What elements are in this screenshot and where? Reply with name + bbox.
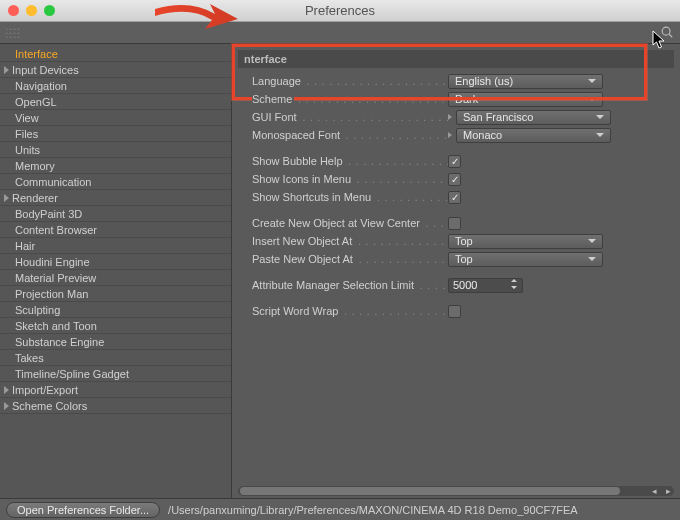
label-create-center: Create New Object at View Center: [252, 217, 422, 229]
settings-pane: nterface Language English (us) Scheme Da…: [232, 44, 680, 498]
sidebar-item-timeline-spline-gadget[interactable]: Timeline/Spline Gadget: [0, 366, 231, 382]
expand-triangle-icon: [4, 66, 9, 74]
chevron-down-icon: [596, 115, 604, 119]
sidebar-item-view[interactable]: View: [0, 110, 231, 126]
label-paste-at: Paste New Object At: [252, 253, 355, 265]
dropdown-scheme[interactable]: Dark: [448, 92, 603, 107]
dropdown-gui-font[interactable]: San Francisco: [456, 110, 611, 125]
dropdown-language[interactable]: English (us): [448, 74, 603, 89]
numfield-attr-limit[interactable]: 5000: [448, 278, 523, 293]
scroll-right-icon[interactable]: ▸: [662, 486, 674, 496]
expand-triangle-icon: [4, 386, 9, 394]
label-mono-font: Monospaced Font: [252, 129, 342, 141]
spacer: [4, 98, 12, 106]
row-gui-font: GUI Font San Francisco: [238, 108, 674, 126]
numfield-attr-limit-value: 5000: [453, 279, 477, 291]
zoom-window-button[interactable]: [44, 5, 55, 16]
dropdown-paste-at[interactable]: Top: [448, 252, 603, 267]
sidebar-item-label: Navigation: [15, 80, 67, 92]
sidebar-item-units[interactable]: Units: [0, 142, 231, 158]
dropdown-language-value: English (us): [455, 75, 513, 87]
sidebar-item-hair[interactable]: Hair: [0, 238, 231, 254]
scroll-left-icon[interactable]: ◂: [648, 486, 660, 496]
chevron-right-icon: [448, 132, 452, 138]
checkbox-shortcuts-menu[interactable]: ✓: [448, 191, 461, 204]
dropdown-scheme-value: Dark: [455, 93, 478, 105]
sidebar-item-navigation[interactable]: Navigation: [0, 78, 231, 94]
spacer: [4, 130, 12, 138]
checkbox-create-center[interactable]: [448, 217, 461, 230]
checkbox-bubble-help[interactable]: ✓: [448, 155, 461, 168]
spacer: [4, 338, 12, 346]
sidebar-item-files[interactable]: Files: [0, 126, 231, 142]
close-window-button[interactable]: [8, 5, 19, 16]
row-bubble-help: Show Bubble Help ✓: [238, 152, 674, 170]
sidebar-item-import-export[interactable]: Import/Export: [0, 382, 231, 398]
footer: Open Preferences Folder... /Users/panxum…: [0, 498, 680, 520]
chevron-down-icon: [588, 239, 596, 243]
chevron-down-icon: [588, 97, 596, 101]
dropdown-paste-at-value: Top: [455, 253, 473, 265]
sidebar-item-label: Sculpting: [15, 304, 60, 316]
sidebar-item-projection-man[interactable]: Projection Man: [0, 286, 231, 302]
label-insert-at: Insert New Object At: [252, 235, 354, 247]
sidebar-item-label: Takes: [15, 352, 44, 364]
spacer: [4, 258, 12, 266]
sidebar-item-interface[interactable]: Interface: [0, 46, 231, 62]
sidebar-item-opengl[interactable]: OpenGL: [0, 94, 231, 110]
sidebar: InterfaceInput DevicesNavigationOpenGLVi…: [0, 44, 232, 498]
label-attr-limit: Attribute Manager Selection Limit: [252, 279, 416, 291]
sidebar-item-sculpting[interactable]: Sculpting: [0, 302, 231, 318]
sidebar-item-label: Timeline/Spline Gadget: [15, 368, 129, 380]
label-icons-menu: Show Icons in Menu: [252, 173, 353, 185]
spacer: [4, 146, 12, 154]
sidebar-item-label: Substance Engine: [15, 336, 104, 348]
sidebar-item-label: BodyPaint 3D: [15, 208, 82, 220]
row-paste-at: Paste New Object At Top: [238, 250, 674, 268]
sidebar-item-input-devices[interactable]: Input Devices: [0, 62, 231, 78]
sidebar-item-label: Import/Export: [12, 384, 78, 396]
sidebar-item-label: Scheme Colors: [12, 400, 87, 412]
sidebar-item-label: Input Devices: [12, 64, 79, 76]
label-language: Language: [252, 75, 303, 87]
sidebar-item-content-browser[interactable]: Content Browser: [0, 222, 231, 238]
checkbox-script-wrap[interactable]: [448, 305, 461, 318]
minimize-window-button[interactable]: [26, 5, 37, 16]
open-prefs-folder-button[interactable]: Open Preferences Folder...: [6, 502, 160, 518]
spinner-icon[interactable]: [510, 279, 518, 291]
sidebar-item-label: View: [15, 112, 39, 124]
sidebar-item-label: Interface: [15, 48, 58, 60]
dropdown-insert-at[interactable]: Top: [448, 234, 603, 249]
sidebar-item-communication[interactable]: Communication: [0, 174, 231, 190]
horizontal-scrollbar[interactable]: ◂ ▸: [238, 486, 674, 496]
sidebar-item-substance-engine[interactable]: Substance Engine: [0, 334, 231, 350]
sidebar-item-memory[interactable]: Memory: [0, 158, 231, 174]
sidebar-item-scheme-colors[interactable]: Scheme Colors: [0, 398, 231, 414]
dropdown-mono-font[interactable]: Monaco: [456, 128, 611, 143]
label-shortcuts-menu: Show Shortcuts in Menu: [252, 191, 373, 203]
sidebar-item-label: Units: [15, 144, 40, 156]
spacer: [4, 354, 12, 362]
sidebar-item-bodypaint-3d[interactable]: BodyPaint 3D: [0, 206, 231, 222]
sidebar-item-label: Projection Man: [15, 288, 88, 300]
search-icon[interactable]: [660, 25, 674, 41]
sidebar-item-material-preview[interactable]: Material Preview: [0, 270, 231, 286]
prefs-path: /Users/panxuming/Library/Preferences/MAX…: [168, 504, 578, 516]
spacer: [4, 82, 12, 90]
scrollbar-thumb[interactable]: [240, 487, 620, 495]
sidebar-item-sketch-and-toon[interactable]: Sketch and Toon: [0, 318, 231, 334]
spacer: [4, 210, 12, 218]
dropdown-mono-font-value: Monaco: [463, 129, 502, 141]
row-insert-at: Insert New Object At Top: [238, 232, 674, 250]
titlebar: Preferences: [0, 0, 680, 22]
sidebar-item-label: Hair: [15, 240, 35, 252]
sidebar-item-label: Renderer: [12, 192, 58, 204]
chevron-down-icon: [588, 257, 596, 261]
sidebar-item-label: Files: [15, 128, 38, 140]
sidebar-item-takes[interactable]: Takes: [0, 350, 231, 366]
checkbox-icons-menu[interactable]: ✓: [448, 173, 461, 186]
sidebar-item-renderer[interactable]: Renderer: [0, 190, 231, 206]
row-icons-menu: Show Icons in Menu ✓: [238, 170, 674, 188]
sidebar-item-houdini-engine[interactable]: Houdini Engine: [0, 254, 231, 270]
sidebar-item-label: Memory: [15, 160, 55, 172]
